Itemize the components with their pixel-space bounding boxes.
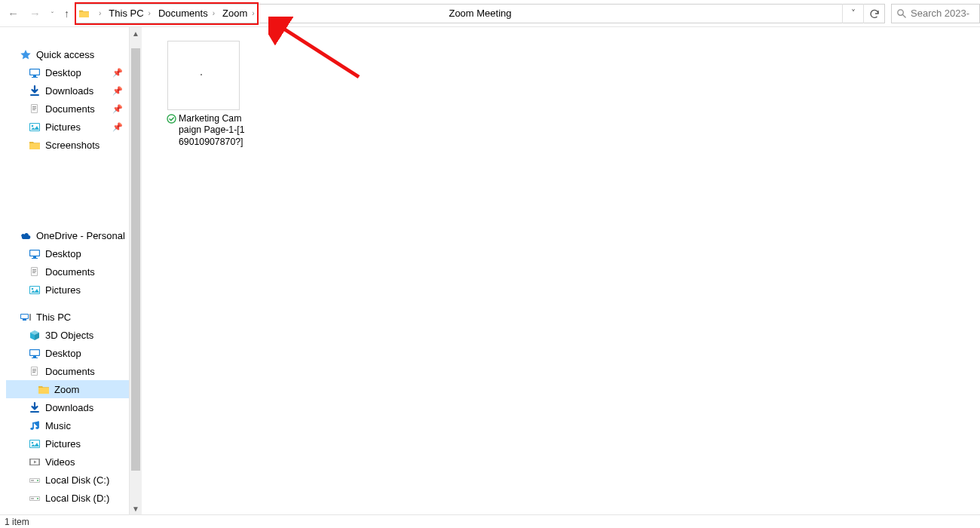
nav-history-dropdown-icon[interactable]: ˇ bbox=[51, 11, 54, 18]
tree-label: Desktop bbox=[45, 248, 81, 259]
downloads-icon bbox=[29, 84, 41, 97]
tree-label: Documents bbox=[45, 366, 95, 377]
address-folder-icon bbox=[76, 8, 91, 18]
pc-icon bbox=[20, 311, 32, 323]
nav-up-icon[interactable]: ↑ bbox=[64, 8, 69, 20]
tree-label: Downloads bbox=[45, 85, 93, 97]
star-icon bbox=[20, 48, 32, 60]
tree-pc-pictures[interactable]: Pictures bbox=[6, 434, 129, 453]
file-list[interactable]: Marketing Campaign Page-1-[169010907870?… bbox=[142, 27, 980, 514]
videos-icon bbox=[29, 456, 41, 468]
tree-label: Pictures bbox=[45, 121, 81, 133]
tree-label: OneDrive - Personal bbox=[36, 230, 125, 241]
tree-label: Pictures bbox=[45, 438, 81, 450]
tree-qa-documents[interactable]: Documents📌 bbox=[6, 100, 129, 118]
tree-label: Downloads bbox=[45, 402, 93, 413]
file-thumbnail bbox=[167, 41, 240, 110]
status-item-count: 1 item bbox=[5, 517, 29, 527]
tree-onedrive[interactable]: OneDrive - Personal bbox=[6, 226, 129, 244]
tree-od-pictures[interactable]: Pictures bbox=[6, 281, 129, 299]
file-item[interactable]: Marketing Campaign Page-1-[169010907870?… bbox=[158, 41, 249, 148]
drive-icon bbox=[29, 492, 41, 504]
breadcrumb-sep[interactable]: › bbox=[91, 5, 106, 23]
tree-qa-pictures[interactable]: Pictures📌 bbox=[6, 118, 129, 136]
tree-pc-documents[interactable]: Documents bbox=[6, 362, 129, 380]
tree-label: Zoom bbox=[54, 384, 79, 395]
breadcrumb-thispc[interactable]: This PC› bbox=[106, 5, 155, 23]
desktop-icon bbox=[29, 66, 41, 78]
3d-icon bbox=[29, 329, 41, 341]
tree-label: Local Disk (C:) bbox=[45, 474, 109, 486]
tree-pc-music[interactable]: Music bbox=[6, 416, 129, 434]
pictures-icon bbox=[29, 437, 41, 450]
toolbar: ← → ˇ ↑ › This PC› Documents› Zoom› Zoom… bbox=[0, 0, 980, 27]
pin-icon: 📌 bbox=[112, 86, 123, 96]
pin-icon: 📌 bbox=[112, 122, 123, 132]
tree-pc-desktop[interactable]: Desktop bbox=[6, 344, 129, 362]
refresh-button[interactable] bbox=[863, 4, 884, 23]
tree-qa-desktop[interactable]: Desktop📌 bbox=[6, 63, 129, 81]
breadcrumb-documents[interactable]: Documents› bbox=[155, 5, 219, 23]
search-icon bbox=[896, 8, 906, 18]
tree-label: Documents bbox=[45, 266, 95, 278]
desktop-icon bbox=[29, 347, 41, 359]
address-center-label: Zoom Meeting bbox=[449, 8, 511, 19]
tree-qa-downloads[interactable]: Downloads📌 bbox=[6, 81, 129, 100]
search-placeholder: Search 2023- bbox=[911, 8, 969, 19]
tree-pc-3d[interactable]: 3D Objects bbox=[6, 326, 129, 344]
nav-forward-icon[interactable]: → bbox=[29, 7, 41, 20]
music-icon bbox=[29, 419, 41, 431]
tree-pc-downloads[interactable]: Downloads bbox=[6, 398, 129, 416]
tree-label: Documents bbox=[45, 103, 95, 115]
documents-icon bbox=[29, 365, 41, 377]
sync-status-icon bbox=[167, 114, 176, 124]
tree-label: Pictures bbox=[45, 284, 81, 296]
tree-pc-videos[interactable]: Videos bbox=[6, 453, 129, 471]
tree-label: This PC bbox=[36, 312, 71, 323]
tree-quick-access[interactable]: Quick access bbox=[6, 45, 129, 63]
documents-icon bbox=[29, 266, 41, 278]
breadcrumb-zoom[interactable]: Zoom› bbox=[219, 5, 259, 23]
tree-label: Videos bbox=[45, 456, 75, 468]
documents-icon bbox=[29, 103, 41, 115]
drive-icon bbox=[29, 474, 41, 486]
pin-icon: 📌 bbox=[112, 104, 123, 114]
tree-label: Desktop bbox=[45, 348, 81, 359]
desktop-icon bbox=[29, 247, 41, 259]
tree-label: Local Disk (D:) bbox=[45, 493, 109, 504]
scrollbar-thumb[interactable] bbox=[131, 48, 140, 471]
tree-label: Desktop bbox=[45, 67, 81, 78]
chevron-down-icon[interactable]: ▼ bbox=[130, 502, 142, 514]
tree-od-desktop[interactable]: Desktop bbox=[6, 244, 129, 262]
tree-label: Screenshots bbox=[45, 140, 100, 151]
pictures-icon bbox=[29, 121, 41, 133]
tree-label: Quick access bbox=[36, 49, 94, 60]
nav-back-icon[interactable]: ← bbox=[8, 7, 19, 20]
cloud-icon bbox=[20, 229, 32, 241]
nav-tree: Quick access Desktop📌 Downloads📌 Documen… bbox=[0, 27, 130, 514]
tree-pc-drive-d[interactable]: Local Disk (D:) bbox=[6, 489, 129, 507]
address-bar[interactable]: › This PC› Documents› Zoom› Zoom Meeting… bbox=[75, 4, 885, 23]
address-dropdown-button[interactable]: ˅ bbox=[842, 4, 863, 23]
tree-thispc[interactable]: This PC bbox=[6, 308, 129, 326]
tree-label: 3D Objects bbox=[45, 330, 93, 341]
pin-icon: 📌 bbox=[112, 68, 123, 78]
tree-pc-drive-c[interactable]: Local Disk (C:) bbox=[6, 471, 129, 489]
pictures-icon bbox=[29, 284, 41, 296]
search-input[interactable]: Search 2023- bbox=[891, 4, 980, 23]
sidebar-scrollbar[interactable]: ▲ ▼ bbox=[130, 27, 142, 514]
folder-icon bbox=[38, 383, 50, 395]
chevron-up-icon[interactable]: ▲ bbox=[130, 27, 142, 39]
downloads-icon bbox=[29, 401, 41, 413]
file-name-label: Marketing Campaign Page-1-[169010907870?… bbox=[179, 113, 245, 148]
tree-pc-documents-zoom[interactable]: Zoom bbox=[6, 380, 129, 398]
folder-icon bbox=[29, 139, 41, 151]
tree-label: Music bbox=[45, 420, 71, 431]
tree-od-documents[interactable]: Documents bbox=[6, 262, 129, 281]
status-bar: 1 item bbox=[0, 514, 980, 528]
tree-qa-screenshots[interactable]: Screenshots bbox=[6, 136, 129, 154]
